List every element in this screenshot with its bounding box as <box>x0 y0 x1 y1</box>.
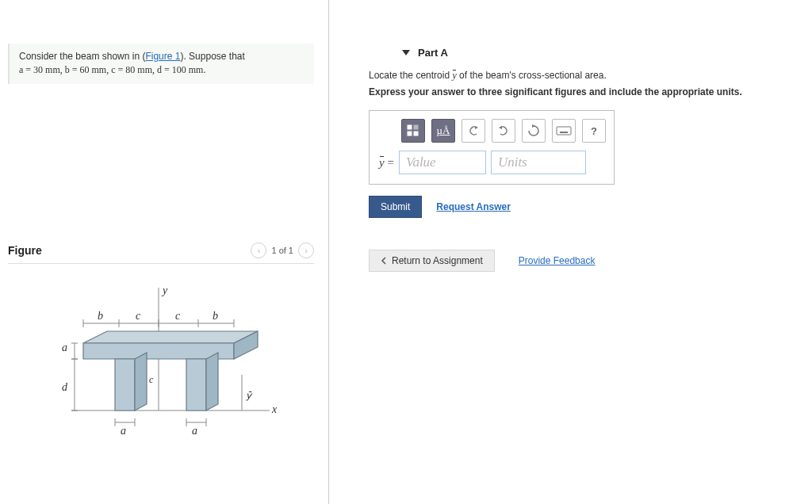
svg-marker-32 <box>475 126 478 129</box>
reset-button[interactable] <box>522 119 546 143</box>
svg-marker-13 <box>186 359 206 410</box>
express-instruction: Express your answer to three significant… <box>369 86 804 97</box>
dim-b-left: b <box>98 310 103 322</box>
figure-image: y x b c c b <box>8 264 314 456</box>
dim-c-left: c <box>136 310 141 322</box>
units-symbol-button[interactable]: µÅ <box>431 119 455 143</box>
chevron-left-icon <box>381 257 387 265</box>
dim-a-web-right: a <box>192 425 197 437</box>
problem-prefix: Consider the beam shown in ( <box>19 51 145 62</box>
svg-rect-31 <box>414 132 418 136</box>
dim-c-right: c <box>175 310 181 322</box>
collapse-icon[interactable] <box>402 50 410 55</box>
axis-y-label: y <box>161 284 168 296</box>
dim-a-web-left: a <box>121 425 126 437</box>
submit-button[interactable]: Submit <box>369 196 422 218</box>
redo-icon <box>497 125 510 136</box>
reset-icon <box>527 124 540 137</box>
keyboard-icon <box>556 125 572 136</box>
svg-rect-28 <box>408 125 412 129</box>
figure-title: Figure <box>8 244 42 257</box>
dim-ybar: ȳ <box>246 390 253 401</box>
undo-icon <box>467 125 480 136</box>
answer-box: µÅ <box>369 110 615 185</box>
svg-rect-30 <box>408 132 412 136</box>
svg-marker-11 <box>115 359 135 410</box>
svg-marker-14 <box>206 353 218 410</box>
template-button[interactable] <box>401 119 425 143</box>
svg-marker-8 <box>83 331 258 343</box>
figure-next-button[interactable]: › <box>298 242 314 258</box>
provide-feedback-link[interactable]: Provide Feedback <box>519 255 596 266</box>
undo-button[interactable] <box>462 119 485 143</box>
units-input[interactable]: Units <box>491 151 586 174</box>
problem-statement: Consider the beam shown in (Figure 1). S… <box>8 44 314 84</box>
dim-d: d <box>62 381 68 393</box>
keyboard-button[interactable] <box>552 119 576 143</box>
figure-pager: 1 of 1 <box>271 246 293 255</box>
svg-marker-34 <box>532 124 535 128</box>
template-icon <box>406 124 420 138</box>
figure-link[interactable]: Figure 1 <box>145 51 180 62</box>
svg-marker-33 <box>499 126 502 129</box>
equation-label: y = <box>379 156 394 170</box>
locate-instruction: Locate the centroid y of the beam's cros… <box>369 70 804 82</box>
value-input[interactable]: Value <box>399 151 486 174</box>
axis-x-label: x <box>271 403 278 415</box>
svg-marker-12 <box>135 353 147 410</box>
dim-c-center: c <box>149 374 154 385</box>
help-button[interactable]: ? <box>582 119 606 143</box>
figure-prev-button[interactable]: ‹ <box>251 242 266 258</box>
problem-suffix: ). Suppose that <box>180 51 244 62</box>
problem-params: a = 30 mm, b = 60 mm, c = 80 mm, d = 100… <box>19 64 205 75</box>
svg-rect-35 <box>557 127 571 135</box>
redo-button[interactable] <box>492 119 515 143</box>
dim-a-flange: a <box>62 342 67 353</box>
part-a-header: Part A <box>418 47 448 59</box>
svg-rect-29 <box>414 125 418 129</box>
return-to-assignment-button[interactable]: Return to Assignment <box>369 250 495 272</box>
request-answer-link[interactable]: Request Answer <box>436 201 511 212</box>
dim-b-right: b <box>213 310 218 322</box>
